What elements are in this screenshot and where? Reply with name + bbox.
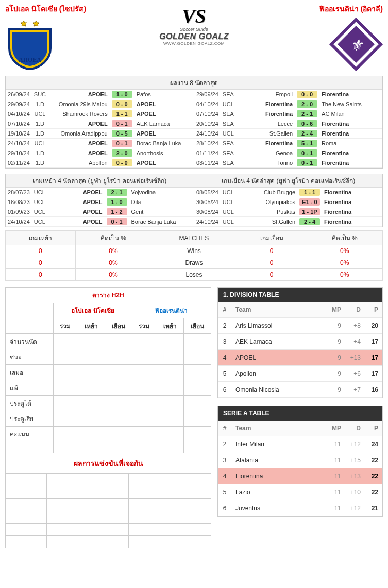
stat-label: Draws — [151, 257, 237, 269]
standing-team: APOEL — [231, 350, 328, 366]
result-home: Apollon — [48, 158, 110, 168]
result-score: 0 - 1 — [295, 148, 319, 158]
standing-p: 22 — [365, 468, 382, 484]
result-home: Puskás — [236, 207, 297, 217]
result-home: Fiorentina — [236, 139, 295, 148]
result-row: 07/10/241.DAPOEL0 - 1AEK Larnaca — [6, 119, 194, 129]
standing-d: +13 — [345, 350, 365, 366]
standing-pos: 3 — [218, 452, 231, 468]
standing-row: 2Aris Limassol9+820 — [218, 318, 382, 334]
standing-title: 1. DIVISION TABLE — [218, 288, 382, 302]
result-away: Pafos — [134, 90, 194, 99]
standing-mp: 9 — [328, 318, 345, 334]
result-away: Fiorentina — [322, 188, 382, 197]
result-row: 30/08/24UCLPuskás1 - 1PFiorentina — [194, 207, 382, 217]
result-comp: UCL — [32, 207, 47, 217]
result-away: Fiorentina — [319, 119, 382, 129]
result-away: APOEL — [134, 129, 194, 139]
standing-team: Fiorentina — [231, 468, 328, 484]
vs-label: VS — [132, 6, 256, 26]
standing-pos: 6 — [218, 382, 231, 398]
result-date: 28/07/23 — [6, 188, 32, 197]
result-date: 01/11/24 — [194, 148, 221, 158]
h2h-row: ประตูได้ — [6, 396, 211, 411]
result-away: Roma — [319, 139, 382, 148]
standing-mp: 11 — [328, 452, 345, 468]
standing-d: +7 — [345, 382, 365, 398]
standing-p: 24 — [365, 436, 382, 452]
standing-p: 22 — [365, 452, 382, 468]
result-comp: 1.D — [32, 119, 48, 129]
standing-mp: 9 — [328, 366, 345, 382]
result-comp: UCL — [221, 99, 236, 109]
standing-row: 3Atalanta11+1522 — [218, 452, 382, 468]
stat-label: Wins — [151, 245, 237, 257]
h2h-col-home-a: เหย้า — [156, 318, 183, 334]
standing-mp: 9 — [328, 350, 345, 366]
vs-block: VS Soccer Guide GOLDEN GOALZ WWW.GOLDEN-… — [132, 3, 256, 46]
result-row: 24/10/24UCLSt.Gallen2 - 4Fiorentina — [194, 129, 382, 139]
result-away: Fiorentina — [322, 217, 382, 227]
standing-team: AEK Larnaca — [231, 334, 328, 350]
result-away: Gent — [129, 207, 194, 217]
standing-col-mp: MP — [328, 302, 345, 318]
last8-home-col: 26/09/24SUCAPOEL1 - 0Pafos29/09/241.DOmo… — [6, 90, 194, 168]
standing-mp: 9 — [328, 382, 345, 398]
result-home: Lecce — [236, 119, 295, 129]
standing-team: Lazio — [231, 484, 328, 500]
result-date: 07/10/24 — [194, 109, 221, 119]
result-row: 28/07/23UCLAPOEL2 - 1Vojvodina — [6, 188, 194, 197]
result-date: 24/10/24 — [194, 129, 221, 139]
result-row: 26/09/24SUCAPOEL1 - 0Pafos — [6, 90, 194, 99]
result-away: The New Saints — [319, 99, 382, 109]
result-score: 0 - 1 — [295, 158, 319, 168]
result-score: 2 - 4 — [295, 129, 319, 139]
result-comp: UCL — [32, 217, 47, 227]
standing-row: 3AEK Larnaca9+417 — [218, 334, 382, 350]
meetings-title: ผลการแข่งขันที่เจอกัน — [5, 453, 211, 474]
standing-p: 16 — [365, 382, 382, 398]
result-home: Omonia 29is Maiou — [48, 99, 110, 109]
result-away: APOEL — [134, 109, 194, 119]
stat-col-home: เกมเหย้า — [6, 231, 76, 245]
h2h-col-home-h: เหย้า — [77, 318, 105, 334]
result-date: 28/10/24 — [194, 139, 221, 148]
last8-away-table: 29/09/24SEAEmpoli0 - 0Fiorentina04/10/24… — [194, 90, 382, 168]
result-home: APOEL — [48, 90, 110, 99]
result-row: 19/10/241.DOmonia Aradippou0 - 5APOEL — [6, 129, 194, 139]
result-comp: UCL — [221, 217, 236, 227]
standing-col-mp: MP — [328, 421, 345, 436]
away-team-badge: ⚜ — [329, 18, 383, 71]
h2h-col-total-a: รวม — [132, 318, 156, 334]
result-score: 0 - 1 — [110, 139, 134, 148]
result-date: 03/11/24 — [194, 158, 221, 168]
stat-home-pct: 0% — [75, 245, 151, 257]
result-home: APOEL — [48, 139, 110, 148]
result-home: APOEL — [48, 148, 110, 158]
last4-section: เกมเหย้า 4 นัดล่าสุด (ยูฟ่า ยูโรป้า คอนเ… — [5, 174, 383, 227]
result-away: APOEL — [134, 99, 194, 109]
standing-d: +10 — [345, 484, 365, 500]
h2h-row-label: ประตูเสีย — [6, 411, 54, 427]
stat-row: 00%Wins00% — [6, 245, 383, 257]
result-home: Olympiakos — [236, 197, 297, 207]
result-row: 03/11/24SEATorino0 - 1Fiorentina — [194, 158, 382, 168]
standing-col-team: Team — [231, 421, 328, 436]
standing-pos: 4 — [218, 350, 231, 366]
result-date: 30/08/24 — [194, 207, 221, 217]
result-row: 24/10/24UCLAPOEL0 - 1Borac Banja Luka — [6, 139, 194, 148]
result-row: 04/10/24UCLShamrock Rovers1 - 1APOEL — [6, 109, 194, 119]
standing-p: 21 — [365, 500, 382, 516]
result-away: Fiorentina — [319, 129, 382, 139]
standing-pos: 3 — [218, 334, 231, 350]
result-comp: SUC — [32, 90, 48, 99]
result-comp: 1.D — [32, 158, 48, 168]
result-score: 1 - 0 — [105, 197, 129, 207]
stat-col-away-pct: คิดเป็น % — [307, 231, 382, 245]
standing-team: Inter Milan — [231, 436, 328, 452]
result-date: 20/10/24 — [194, 119, 221, 129]
result-score: 0 - 1 — [110, 119, 134, 129]
result-row: 24/10/24UCLAPOEL0 - 1Borac Banja Luka — [6, 217, 194, 227]
result-home: Omonia Aradippou — [48, 129, 110, 139]
site-brand: Soccer Guide GOLDEN GOALZ WWW.GOLDEN-GOA… — [132, 27, 256, 46]
